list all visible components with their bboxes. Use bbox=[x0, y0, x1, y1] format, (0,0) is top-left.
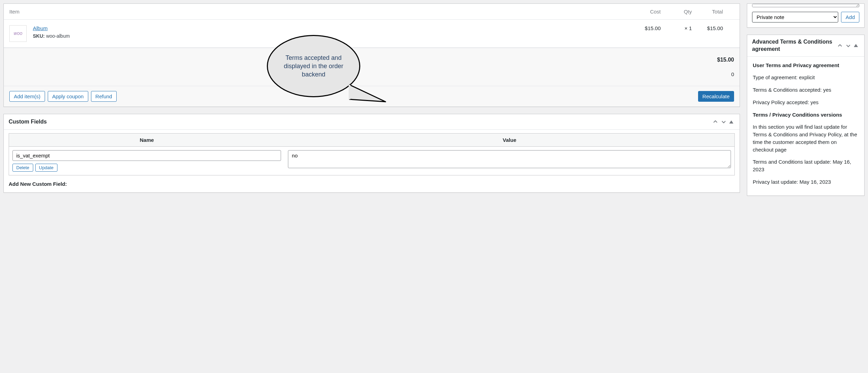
terms-desc: In this section you will find last updat… bbox=[753, 123, 859, 153]
cf-update-button[interactable]: Update bbox=[35, 164, 57, 172]
sku-value: woo-album bbox=[46, 33, 70, 39]
apply-coupon-button[interactable]: Apply coupon bbox=[48, 91, 88, 102]
custom-fields-table: Name Value Delete Update bbox=[9, 133, 735, 175]
refund-button[interactable]: Refund bbox=[91, 91, 117, 102]
order-item-row: WOO Album SKU: woo-album $15.0 bbox=[4, 20, 740, 48]
product-thumbnail[interactable]: WOO bbox=[9, 25, 27, 42]
custom-fields-title: Custom Fields bbox=[9, 118, 711, 126]
cf-name-input[interactable] bbox=[12, 150, 281, 161]
item-qty: × 1 bbox=[666, 20, 697, 48]
toggle-panel-icon[interactable] bbox=[852, 43, 859, 48]
tc-accepted: Terms & Conditions accepted: yes bbox=[753, 86, 859, 94]
col-header-cost: Cost bbox=[635, 4, 666, 20]
move-up-icon[interactable] bbox=[711, 118, 720, 126]
order-actions-bar: Add item(s) Apply coupon Refund Recalcul… bbox=[4, 86, 740, 107]
terms-panel-title: Advanced Terms & Conditions agreement bbox=[752, 38, 836, 53]
order-items-table: Item Cost Qty Total WOO Album bbox=[4, 4, 740, 48]
pp-accepted: Privacy Policy accepted: yes bbox=[753, 99, 859, 106]
terms-agreement-panel: Advanced Terms & Conditions agreement Us… bbox=[747, 35, 865, 196]
col-header-item: Item bbox=[4, 4, 635, 20]
terms-h2: Terms / Privacy Conditions versions bbox=[753, 112, 842, 118]
custom-field-row: Delete Update bbox=[9, 147, 735, 175]
custom-fields-panel: Custom Fields Name Value bbox=[3, 114, 740, 193]
tc-last-update: Terms and Conditions last update: May 16… bbox=[753, 158, 859, 173]
sku-label: SKU: bbox=[33, 33, 45, 39]
terms-h1: User Terms and Privacy agreement bbox=[753, 62, 839, 68]
add-note-button[interactable]: Add bbox=[841, 12, 859, 22]
item-total: $15.00 bbox=[697, 20, 729, 48]
col-header-total: Total bbox=[697, 4, 729, 20]
order-secondary-total: 0 bbox=[717, 71, 734, 77]
move-up-icon[interactable] bbox=[836, 42, 844, 50]
order-total: $15.00 bbox=[717, 57, 734, 63]
add-items-button[interactable]: Add item(s) bbox=[9, 91, 45, 102]
note-type-select[interactable]: Private note bbox=[752, 12, 838, 22]
cf-header-name: Name bbox=[9, 134, 285, 147]
recalculate-button[interactable]: Recalculate bbox=[698, 91, 734, 102]
cf-header-value: Value bbox=[284, 134, 734, 147]
col-header-qty: Qty bbox=[666, 4, 697, 20]
item-cost: $15.00 bbox=[635, 20, 666, 48]
move-down-icon[interactable] bbox=[844, 42, 852, 50]
cf-delete-button[interactable]: Delete bbox=[12, 164, 33, 172]
product-name-link[interactable]: Album bbox=[33, 25, 48, 31]
toggle-panel-icon[interactable] bbox=[728, 119, 735, 125]
cf-value-textarea[interactable] bbox=[288, 150, 731, 168]
agreement-type: Type of agreement: explicit bbox=[753, 74, 859, 81]
add-new-custom-field-label: Add New Custom Field: bbox=[9, 181, 735, 187]
order-items-panel: Item Cost Qty Total WOO Album bbox=[3, 3, 740, 107]
order-notes-panel: Private note Add bbox=[747, 3, 865, 28]
move-down-icon[interactable] bbox=[720, 118, 728, 126]
pp-last-update: Privacy last update: May 16, 2023 bbox=[753, 178, 859, 186]
order-totals-region: $15.00 0 bbox=[4, 48, 740, 86]
order-note-textarea[interactable] bbox=[752, 4, 859, 7]
